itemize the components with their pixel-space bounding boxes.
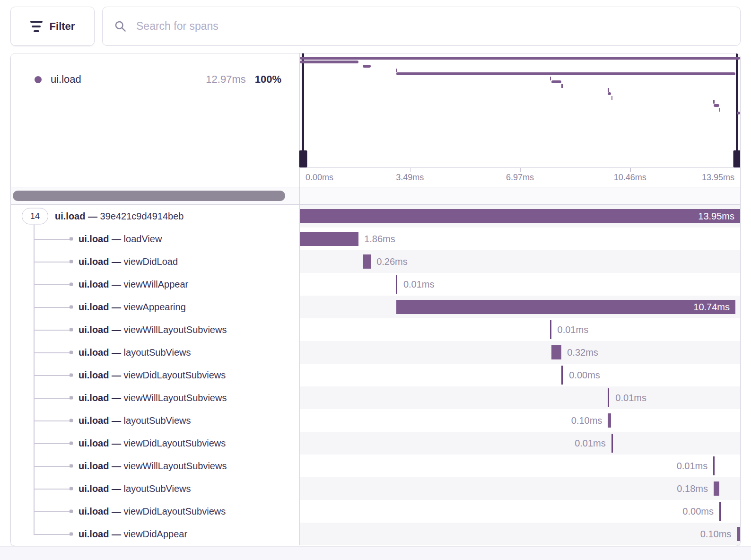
span-row[interactable]: ui.load — viewWillLayoutSubviews0.01ms: [11, 318, 740, 341]
span-row[interactable]: ui.load — layoutSubViews0.10ms: [11, 409, 740, 432]
span-search-box[interactable]: [102, 7, 741, 46]
span-row[interactable]: ui.load — viewDidLoad0.26ms: [11, 250, 740, 273]
span-waterfall-cell[interactable]: 0.10ms: [300, 409, 740, 432]
span-label: ui.load — viewDidLoad: [79, 256, 178, 267]
legend-row[interactable]: ui.load 12.97ms 100%: [35, 73, 281, 86]
span-row[interactable]: ui.load — viewDidLayoutSubviews0.00ms: [11, 500, 740, 523]
span-waterfall-cell[interactable]: 0.00ms: [300, 364, 740, 386]
axis-tick-label: 10.46ms: [614, 173, 646, 183]
search-input[interactable]: [135, 19, 729, 33]
span-tree-cell[interactable]: ui.load — viewDidLayoutSubviews: [11, 364, 300, 386]
span-waterfall-cell[interactable]: 0.18ms: [300, 477, 740, 500]
span-waterfall-cell[interactable]: 0.00ms: [300, 500, 740, 523]
minimap-right-grip[interactable]: [733, 150, 741, 167]
child-count-badge[interactable]: 14: [22, 208, 48, 225]
span-tree-cell[interactable]: ui.load — viewWillAppear: [11, 273, 300, 296]
minimap-left-grip[interactable]: [299, 150, 307, 167]
minimap-span: [714, 104, 719, 107]
span-duration-tick[interactable]: [611, 434, 613, 453]
span-label: ui.load — viewDidLayoutSubviews: [79, 438, 226, 449]
axis-tick-label: 6.97ms: [506, 173, 534, 183]
span-tree-cell[interactable]: 14ui.load — 39e421c9d4914beb: [11, 205, 300, 228]
tree-connector-dot: [70, 464, 73, 468]
span-duration-bar[interactable]: [300, 232, 358, 246]
magnifier-icon: [114, 20, 127, 33]
span-row[interactable]: ui.load — viewDidAppear0.10ms: [11, 523, 740, 545]
span-label: ui.load — layoutSubViews: [79, 415, 191, 426]
minimap-span: [363, 65, 371, 68]
span-waterfall-cell[interactable]: 0.32ms: [300, 341, 740, 364]
span-tree-cell[interactable]: ui.load — layoutSubViews: [11, 341, 300, 364]
span-waterfall-cell[interactable]: 13.95ms: [300, 205, 740, 228]
span-waterfall-cell[interactable]: 0.01ms: [300, 386, 740, 409]
minimap-span: [713, 100, 715, 104]
span-waterfall-cell[interactable]: 0.10ms: [300, 523, 740, 545]
span-waterfall-cell[interactable]: 0.01ms: [300, 432, 740, 455]
span-row[interactable]: ui.load — viewWillLayoutSubviews0.01ms: [11, 455, 740, 477]
minimap-left-handle[interactable]: [302, 53, 304, 167]
span-label: ui.load — viewWillLayoutSubviews: [79, 324, 227, 335]
span-waterfall-cell[interactable]: 0.01ms: [300, 273, 740, 296]
span-duration-tick[interactable]: [719, 502, 721, 521]
span-waterfall-cell[interactable]: 0.01ms: [300, 318, 740, 341]
span-tree-cell[interactable]: ui.load — viewDidAppear: [11, 523, 300, 545]
minimap[interactable]: [300, 53, 740, 167]
span-duration-tick[interactable]: [608, 388, 609, 407]
tree-connector-branch: [34, 443, 70, 444]
span-row[interactable]: ui.load — layoutSubViews0.32ms: [11, 341, 740, 364]
tree-scrollbar-thumb[interactable]: [13, 191, 285, 201]
span-row[interactable]: ui.load — viewDidLayoutSubviews0.00ms: [11, 364, 740, 386]
span-duration-bar[interactable]: [363, 254, 371, 269]
span-tree-cell[interactable]: ui.load — viewDidLayoutSubviews: [11, 432, 300, 455]
axis-tick-label: 0.00ms: [306, 173, 333, 183]
minimap-right-handle[interactable]: [736, 53, 738, 167]
legend-op-label: ui.load: [51, 73, 81, 86]
span-duration-tick[interactable]: [396, 275, 397, 294]
span-waterfall-cell[interactable]: 10.74ms: [300, 296, 740, 318]
span-duration-bar[interactable]: [551, 345, 561, 359]
minimap-span: [551, 80, 561, 83]
span-tree-cell[interactable]: ui.load — loadView: [11, 228, 300, 250]
duration-label: 0.01ms: [677, 461, 708, 472]
span-rows: 14ui.load — 39e421c9d4914beb13.95msui.lo…: [11, 205, 740, 545]
span-duration-tick[interactable]: [561, 366, 563, 385]
tree-connector-branch: [34, 489, 70, 490]
span-duration-tick[interactable]: [550, 320, 551, 339]
tree-connector-branch: [34, 466, 70, 467]
minimap-span: [561, 84, 563, 88]
span-duration-bar[interactable]: [737, 527, 740, 541]
span-duration-bar[interactable]: 10.74ms: [396, 300, 735, 314]
span-row[interactable]: ui.load — loadView1.86ms: [11, 228, 740, 250]
span-label: ui.load — viewDidLayoutSubviews: [79, 370, 226, 381]
span-duration-bar[interactable]: [714, 481, 719, 496]
span-tree-cell[interactable]: ui.load — viewWillLayoutSubviews: [11, 318, 300, 341]
duration-label: 13.95ms: [698, 211, 734, 222]
span-duration-tick[interactable]: [713, 456, 715, 475]
span-row[interactable]: ui.load — viewWillLayoutSubviews0.01ms: [11, 386, 740, 409]
tree-connector-branch: [34, 398, 70, 399]
axis-tickmark: [630, 168, 631, 172]
tree-connector-branch: [34, 330, 70, 331]
tree-connector-dot: [70, 351, 73, 354]
axis-tickmark: [520, 168, 521, 172]
span-tree-cell[interactable]: ui.load — viewAppearing: [11, 296, 300, 318]
span-row[interactable]: 14ui.load — 39e421c9d4914beb13.95ms: [11, 205, 740, 228]
span-tree-cell[interactable]: ui.load — layoutSubViews: [11, 477, 300, 500]
span-row[interactable]: ui.load — viewAppearing10.74ms: [11, 296, 740, 318]
span-row[interactable]: ui.load — layoutSubViews0.18ms: [11, 477, 740, 500]
span-waterfall-cell[interactable]: 1.86ms: [300, 228, 740, 250]
span-tree-cell[interactable]: ui.load — viewWillLayoutSubviews: [11, 455, 300, 477]
span-row[interactable]: ui.load — viewDidLayoutSubviews0.01ms: [11, 432, 740, 455]
span-waterfall-cell[interactable]: 0.01ms: [300, 455, 740, 477]
span-row[interactable]: ui.load — viewWillAppear0.01ms: [11, 273, 740, 296]
span-tree-cell[interactable]: ui.load — viewDidLayoutSubviews: [11, 500, 300, 523]
span-duration-bar[interactable]: 13.95ms: [300, 209, 740, 223]
span-tree-cell[interactable]: ui.load — viewDidLoad: [11, 250, 300, 273]
span-tree-cell[interactable]: ui.load — layoutSubViews: [11, 409, 300, 432]
span-tree-cell[interactable]: ui.load — viewWillLayoutSubviews: [11, 386, 300, 409]
tree-connector-dot: [70, 283, 73, 286]
tree-scrollbar-track[interactable]: [11, 187, 300, 204]
filter-button[interactable]: Filter: [10, 7, 95, 46]
span-duration-bar[interactable]: [608, 413, 611, 428]
span-waterfall-cell[interactable]: 0.26ms: [300, 250, 740, 273]
